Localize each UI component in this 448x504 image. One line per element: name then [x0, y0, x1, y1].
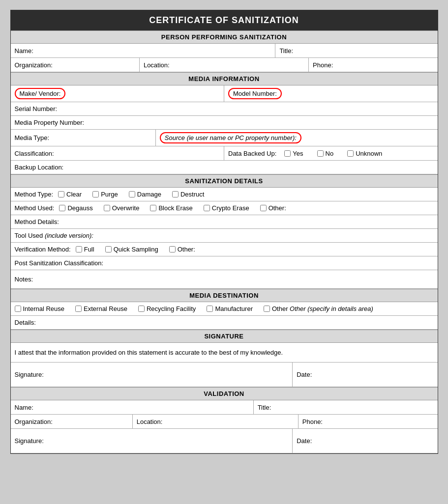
other-destination-checkbox[interactable]	[264, 306, 270, 312]
no-checkbox[interactable]	[317, 150, 324, 157]
serial-row: Serial Number:	[11, 102, 438, 116]
signature-date-row: Signature: Date:	[11, 363, 438, 387]
media-type-row: Media Type: Source (ie user name or PC p…	[11, 130, 438, 146]
recycling-checkbox[interactable]	[138, 306, 145, 312]
degauss-checkbox[interactable]	[59, 205, 65, 211]
overwrite-checkbox[interactable]	[104, 205, 110, 211]
no-checkbox-group[interactable]: No	[317, 150, 334, 157]
form-title: CERTIFICATE OF SANITIZATION	[11, 10, 438, 30]
property-label: Media Property Number:	[15, 119, 85, 126]
tool-used-text: Tool Used	[15, 232, 45, 239]
clear-checkbox-group[interactable]: Clear	[58, 191, 82, 198]
tool-used-row: Tool Used (include version):	[11, 229, 438, 243]
phone-label: Phone:	[313, 61, 333, 69]
manufacturer-checkbox-group[interactable]: Manufacturer	[207, 305, 253, 312]
internal-reuse-label: Internal Reuse	[23, 305, 65, 312]
external-reuse-checkbox[interactable]	[75, 306, 82, 312]
notes-row: Notes:	[11, 270, 438, 289]
title-label: Title:	[279, 47, 293, 55]
model-label: Model Number:	[233, 90, 277, 97]
section-header-signature: SIGNATURE	[11, 330, 438, 343]
other-verification-checkbox-group[interactable]: Other:	[169, 246, 195, 253]
source-label-outlined: Source (ie user name or PC property numb…	[160, 132, 301, 143]
date-label: Date:	[297, 371, 312, 378]
method-details-row: Method Details:	[11, 215, 438, 229]
no-label: No	[326, 150, 334, 157]
media-make-row: Make/ Vendor: Model Number:	[11, 85, 438, 102]
full-checkbox-group[interactable]: Full	[76, 246, 94, 253]
method-details-label: Method Details:	[15, 218, 59, 225]
purge-checkbox[interactable]	[92, 191, 99, 197]
post-classification-row: Post Sanitization Classification:	[11, 256, 438, 270]
validation-org-cell: Organization:	[11, 415, 133, 428]
destruct-checkbox[interactable]	[172, 191, 179, 197]
other-method-checkbox[interactable]	[260, 205, 267, 211]
other-method-checkbox-group[interactable]: Other:	[260, 204, 286, 212]
other-verification-checkbox[interactable]	[169, 246, 176, 252]
type-label: Media Type:	[15, 134, 50, 141]
degauss-checkbox-group[interactable]: Degauss	[59, 204, 92, 212]
quick-sampling-checkbox-group[interactable]: Quick Sampling	[105, 246, 158, 253]
block-erase-checkbox-group[interactable]: Block Erase	[150, 204, 192, 212]
yes-checkbox[interactable]	[284, 150, 291, 157]
name-label: Name:	[15, 47, 33, 55]
signature-label: Signature:	[15, 371, 44, 378]
validation-location-label: Location:	[137, 418, 163, 425]
validation-org-row: Organization: Location: Phone:	[11, 415, 438, 429]
external-reuse-checkbox-group[interactable]: External Reuse	[75, 305, 127, 312]
unknown-checkbox[interactable]	[347, 150, 354, 157]
unknown-checkbox-group[interactable]: Unknown	[347, 150, 382, 157]
damage-checkbox[interactable]	[129, 191, 135, 197]
serial-label: Serial Number:	[15, 105, 58, 112]
destruct-checkbox-group[interactable]: Destruct	[172, 191, 204, 198]
person-org-row: Organization: Location: Phone:	[11, 58, 438, 72]
validation-signature-row: Signature: Date:	[11, 429, 438, 453]
overwrite-checkbox-group[interactable]: Overwrite	[104, 204, 140, 212]
manufacturer-label: Manufacturer	[215, 305, 253, 312]
source-label: Source (ie user name or PC property numb…	[165, 134, 297, 141]
quick-sampling-checkbox[interactable]	[105, 246, 112, 252]
method-used-row: Method Used: Degauss Overwrite Block Era…	[11, 201, 438, 215]
purge-checkbox-group[interactable]: Purge	[92, 191, 118, 198]
validation-date-cell: Date:	[293, 429, 437, 453]
other-destination-italic: Other (specify in details area)	[290, 305, 373, 312]
classification-cell: Classification:	[11, 146, 225, 160]
verification-row: Verification Method: Full Quick Sampling…	[11, 243, 438, 256]
section-header-media: MEDIA INFORMATION	[11, 72, 438, 85]
manufacturer-checkbox[interactable]	[207, 306, 213, 312]
internal-reuse-checkbox-group[interactable]: Internal Reuse	[15, 305, 65, 312]
yes-checkbox-group[interactable]: Yes	[284, 150, 303, 157]
attestation-row: I attest that the information provided o…	[11, 343, 438, 363]
notes-label: Notes:	[15, 276, 33, 283]
section-header-validation: VALIDATION	[11, 387, 438, 400]
make-label-outlined: Make/ Vendor:	[15, 88, 66, 99]
type-cell: Media Type:	[11, 130, 156, 146]
validation-name-row: Name: Title:	[11, 400, 438, 415]
crypto-erase-checkbox[interactable]	[204, 205, 210, 211]
classification-row: Classification: Data Backed Up: Yes No U…	[11, 146, 438, 161]
purge-label: Purge	[101, 191, 118, 198]
model-cell: Model Number:	[224, 85, 438, 102]
recycling-checkbox-group[interactable]: Recycling Facility	[138, 305, 196, 312]
validation-location-cell: Location:	[133, 415, 299, 428]
form-container: CERTIFICATE OF SANITIZATION PERSON PERFO…	[10, 10, 438, 454]
unknown-label: Unknown	[356, 150, 382, 157]
external-reuse-label: External Reuse	[84, 305, 127, 312]
internal-reuse-checkbox[interactable]	[15, 306, 21, 312]
overwrite-label: Overwrite	[112, 204, 140, 212]
make-label: Make/ Vendor:	[20, 90, 61, 97]
model-label-outlined: Model Number:	[228, 88, 282, 99]
damage-checkbox-group[interactable]: Damage	[129, 191, 161, 198]
damage-label: Damage	[137, 191, 161, 198]
block-erase-checkbox[interactable]	[150, 205, 156, 211]
crypto-erase-checkbox-group[interactable]: Crypto Erase	[204, 204, 249, 212]
clear-checkbox[interactable]	[58, 191, 64, 197]
title-cell: Title:	[275, 44, 437, 57]
clear-label: Clear	[66, 191, 82, 198]
other-destination-checkbox-group[interactable]: Other Other (specify in details area)	[264, 305, 373, 312]
section-header-person: PERSON PERFORMING SANITIZATION	[11, 30, 438, 44]
degauss-label: Degauss	[67, 204, 92, 212]
validation-phone-label: Phone:	[302, 418, 323, 425]
full-checkbox[interactable]	[76, 246, 82, 252]
destination-options-row: Internal Reuse External Reuse Recycling …	[11, 302, 438, 316]
